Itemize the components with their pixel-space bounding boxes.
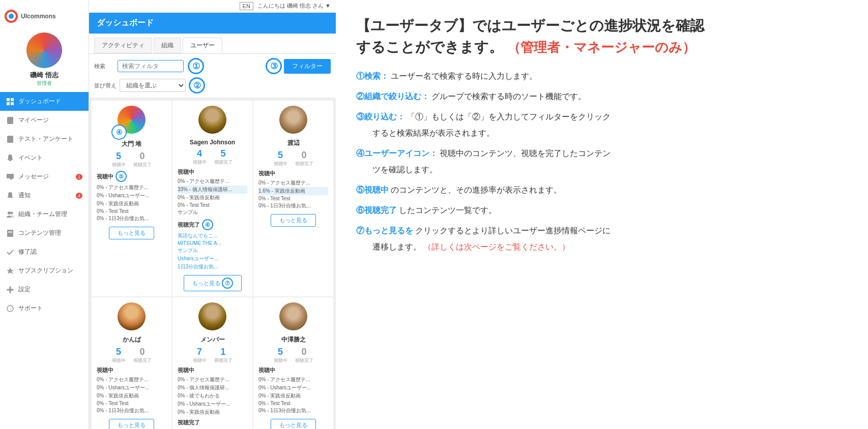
svg-rect-5 (7, 102, 10, 105)
point-3: ③絞り込む： 「①」もしくは「②」を入力してフィルターをクリック すると検索結果… (356, 109, 848, 141)
callout-6: ⑥ (202, 219, 213, 230)
book-icon (6, 229, 14, 237)
user-stats-2: 5 視聴中 0 視聴完了 (258, 150, 328, 167)
sidebar-item-approval[interactable]: 修了認 (0, 242, 89, 261)
greeting-text[interactable]: こんにちは 磯崎 悟志 さん ▼ (257, 2, 331, 10)
completed-count-1: 5 (220, 148, 225, 159)
lang-en[interactable]: EN (240, 2, 253, 10)
user-card-3: かんば 5 視聴中 0 視聴完了 視聴中 0% - アクセス履歴テ... 0% … (92, 297, 171, 429)
list-item: 0% - アクセス履歴テ... (97, 183, 166, 192)
section-completed-4: 視聴完了 (178, 419, 247, 426)
chat-icon (6, 173, 14, 181)
completed-label-4: 視聴完了 (214, 357, 233, 364)
search-input[interactable] (118, 60, 184, 72)
list-item: Usharsユーザー... (178, 255, 247, 263)
sidebar-item-content[interactable]: コンテンツ管理 (0, 224, 89, 242)
grid-icon (6, 98, 14, 106)
user-name-3: かんば (97, 335, 166, 344)
tab-org[interactable]: 組織 (154, 38, 181, 53)
point-3-text: 「①」もしくは「②」を入力してフィルターをクリック (407, 112, 611, 121)
bell-icon (6, 154, 14, 162)
sidebar-item-settings[interactable]: 設定 (0, 280, 89, 299)
sidebar-username: 磯崎 悟志 (30, 71, 59, 80)
user-name-4: メンバー (178, 335, 247, 344)
notice-badge: 4 (76, 193, 82, 199)
more-button-2[interactable]: もっと見る (271, 214, 316, 227)
point-2-num: ②組織で絞り込む： (356, 92, 429, 101)
point-5-text: のコンテンツと、その進捗率が表示されます。 (391, 186, 562, 194)
section-watching-4: 視聴中 (178, 366, 247, 374)
more-button-5[interactable]: もっと見る (271, 419, 316, 429)
sidebar-item-notice[interactable]: 通知 4 (0, 186, 89, 205)
sidebar-label-notice: 通知 (18, 191, 31, 200)
point-7-text: クリックするとより詳しいユーザー進捗情報ページに (415, 226, 611, 235)
right-panel: 【ユーザータブ】ではユーザーごとの進捗状況を確認 することができます。 （管理者… (336, 0, 868, 429)
user-avatar-4 (198, 302, 226, 330)
list-item: 0% - Test Test (258, 195, 328, 202)
section-completed-1: 視聴完了 ⑥ (178, 219, 247, 230)
user-stats-1: 4 視聴中 5 視聴完了 (178, 148, 247, 166)
user-avatar-3 (118, 302, 146, 330)
list-item: 33% - 個人情報保護研... (178, 186, 247, 194)
filter-button[interactable]: フィルター (284, 59, 331, 74)
gear-icon (6, 286, 14, 294)
users-grid: ④ 大門 堆 5 視聴中 0 視聴完了 視聴中 ⑤ (89, 98, 336, 429)
more-button-0[interactable]: もっと見る (109, 227, 154, 239)
sort-select[interactable]: 組織を選ぶ (120, 79, 186, 92)
sidebar-item-org[interactable]: 組織・チーム管理 (0, 205, 89, 224)
sidebar-item-support[interactable]: i サポート (0, 299, 89, 318)
content-list-watching-3: 0% - アクセス履歴テ... 0% - Usharsユーザー... 0% - … (97, 376, 166, 415)
message-badge: 1 (76, 174, 82, 180)
user-name-5: 中澤勝之 (258, 335, 328, 344)
svg-point-2 (9, 14, 14, 19)
logo: UIcommons (0, 5, 89, 27)
sidebar-role: 管理者 (37, 80, 52, 87)
user-stats-5: 5 視聴中 0 視聴完了 (258, 347, 328, 364)
right-body: ①検索： ユーザー名で検索する時に入力します。 ②組織で絞り込む： グループで検… (356, 68, 848, 255)
point-1: ①検索： ユーザー名で検索する時に入力します。 (356, 68, 848, 84)
sidebar-item-event[interactable]: イベント (0, 148, 89, 167)
section-watching-3: 視聴中 (97, 366, 166, 374)
content-list-completed-1: 英語なんでもこ... MITSUME THE A... サンプル Usharsユ… (178, 232, 247, 271)
list-item: 0% - 1日3分自慢お気... (258, 202, 328, 210)
list-item: 0% - アクセス履歴テ... (178, 376, 247, 384)
tab-user[interactable]: ユーザー (183, 38, 222, 53)
check-icon (6, 248, 14, 256)
right-title-line1: 【ユーザータブ】ではユーザーごとの進捗状況を確認 (356, 18, 704, 34)
user-avatar-1 (198, 106, 226, 134)
completed-label-3: 視聴完了 (133, 357, 152, 364)
sidebar-item-dashboard[interactable]: ダッシュボード (0, 92, 89, 111)
more-button-3[interactable]: もっと見る (109, 419, 154, 429)
sidebar-nav: ダッシュボード マイページ テスト・アンケート イベント (0, 92, 89, 318)
point-6: ⑥視聴完了 したコンテンツ一覧です。 (356, 202, 848, 219)
completed-count-4: 1 (220, 347, 225, 357)
list-item: 0% - 実践倍反動画 (178, 194, 247, 202)
callout-7: ⑦ (222, 278, 233, 289)
watching-label-4: 視聴中 (193, 357, 207, 364)
sidebar-item-subscription[interactable]: サブスクリプション (0, 261, 89, 280)
list-item: 0% - 実践倍反動画 (97, 392, 166, 400)
point-6-num: ⑥視聴完了 (356, 206, 397, 214)
sidebar-item-test[interactable]: テスト・アンケート (0, 130, 89, 148)
watching-count-1: 4 (197, 148, 202, 159)
section-watching-0: 視聴中 ⑤ (97, 171, 166, 182)
list-item: MITSUME THE A... (178, 240, 247, 247)
list-item: 0% - アクセス履歴テ... (178, 177, 247, 186)
more-button-1[interactable]: もっと見る ⑦ (184, 275, 242, 291)
dashboard-title: ダッシュボード (97, 18, 154, 27)
sidebar-item-message[interactable]: メッセージ 1 (0, 167, 89, 186)
user-name-1: Sagen Johnson (178, 139, 247, 146)
tab-activity[interactable]: アクティビティ (94, 38, 152, 53)
list-item: 0% - アクセス履歴テ... (258, 376, 328, 384)
sidebar-item-mypage[interactable]: マイページ (0, 111, 89, 130)
point-4: ④ユーザーアイコン： 視聴中のコンテンツ、視聴を完了したコンテン ツを確認します… (356, 145, 848, 178)
svg-marker-15 (7, 267, 14, 274)
sidebar-label-dashboard: ダッシュボード (18, 97, 61, 106)
callout-3: ③ (266, 58, 282, 74)
watching-count-4: 7 (197, 347, 202, 357)
completed-count-5: 0 (301, 347, 306, 357)
search-label: 検索 (94, 63, 114, 70)
watching-label-2: 視聴中 (274, 161, 287, 167)
svg-point-11 (11, 211, 13, 214)
point-4-num: ④ユーザーアイコン： (356, 149, 438, 158)
